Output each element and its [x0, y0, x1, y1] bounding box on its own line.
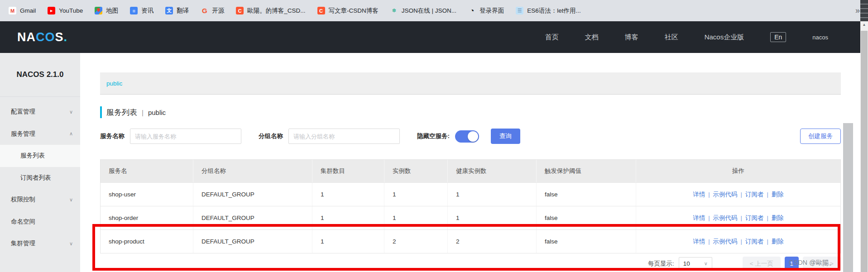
cell-healthy_instance_count: 1 [448, 206, 537, 229]
cell-actions: 详情|示例代码|订阅者|删除 [636, 206, 840, 229]
sidebar-item-label: 订阅者列表 [20, 174, 51, 182]
nav-item-4[interactable]: Nacos企业版 [705, 33, 744, 42]
language-toggle[interactable]: En [770, 32, 786, 42]
page-size-select[interactable]: 10 ∨ [679, 257, 712, 271]
bookmark-google-maps[interactable]: 地图 [89, 4, 124, 18]
action-detail-link[interactable]: 详情 [693, 214, 705, 222]
search-button[interactable]: 查询 [491, 129, 520, 144]
action-sample-code-link[interactable]: 示例代码 [713, 214, 738, 222]
bookmark-scroll[interactable]: ☰ES6语法：let作用... [510, 4, 587, 18]
gmail-icon: M [9, 7, 16, 14]
cell-healthy_instance_count: 1 [448, 183, 537, 206]
bookmark-g[interactable]: G开源 [195, 4, 230, 18]
csdn-icon: C [317, 7, 325, 14]
logo-na: NA [17, 30, 36, 44]
globe-icon: ◔ [468, 7, 476, 14]
g-icon: G [201, 7, 208, 14]
sidebar-item-命名空间[interactable]: 命名空间 [0, 211, 80, 233]
action-detail-link[interactable]: 详情 [693, 238, 705, 246]
action-delete-link[interactable]: 删除 [772, 238, 784, 246]
cell-service_name: shop-order [101, 206, 193, 229]
action-subscriber-link[interactable]: 订阅者 [745, 238, 764, 246]
action-separator: | [741, 191, 742, 198]
action-separator: | [708, 215, 710, 221]
action-delete-link[interactable]: 删除 [772, 214, 784, 222]
bookmark-label: 资讯 [141, 7, 153, 15]
bookmark-csdn[interactable]: C歐陽。的博客_CSD... [230, 4, 311, 18]
nav-item-0[interactable]: 首页 [545, 33, 559, 42]
cell-instance_count: 1 [384, 183, 448, 206]
sidebar-item-权限控制[interactable]: 权限控制∨ [0, 189, 80, 211]
sidebar: NACOS 2.1.0 配置管理∨服务管理∧服务列表订阅者列表权限控制∨命名空间… [0, 53, 80, 272]
sidebar-item-服务管理[interactable]: 服务管理∧ [0, 123, 80, 145]
toggle-knob [468, 131, 478, 142]
browser-scrollbar[interactable]: ▲ [860, 0, 868, 272]
google-maps-icon [95, 7, 102, 14]
column-header-3: 实例数 [384, 160, 448, 182]
column-header-0: 服务名 [101, 160, 193, 182]
bookmark-gmail[interactable]: MGmail [3, 4, 42, 18]
csdn-watermark: CSDN @歐陽。 [789, 258, 835, 267]
sidebar-item-配置管理[interactable]: 配置管理∨ [0, 101, 80, 123]
logo-co: CO [36, 30, 55, 44]
bookmark-label: JSON在线 | JSON... [402, 7, 456, 15]
action-sample-code-link[interactable]: 示例代码 [713, 238, 738, 246]
service-name-input[interactable] [130, 129, 241, 144]
cell-healthy_instance_count: 2 [448, 230, 537, 253]
bookmark-translate[interactable]: 文翻译 [159, 4, 195, 18]
nav-item-1[interactable]: 文档 [585, 33, 599, 42]
column-header-4: 健康实例数 [448, 160, 537, 182]
bookmarks-list: MGmail▸YouTube地图≡资讯文翻译G开源C歐陽。的博客_CSD...C… [3, 4, 850, 18]
bookmark-youtube[interactable]: ▸YouTube [42, 4, 89, 18]
cell-cluster_count: 1 [312, 206, 384, 229]
action-detail-link[interactable]: 详情 [693, 191, 705, 199]
user-menu[interactable]: nacos [812, 34, 828, 41]
create-service-button[interactable]: 创建服务 [800, 129, 841, 144]
cell-instance_count: 1 [384, 206, 448, 229]
action-sample-code-link[interactable]: 示例代码 [713, 191, 738, 199]
action-separator: | [741, 238, 742, 245]
nacos-logo[interactable]: NACOS. [17, 30, 67, 44]
nacos-header: NACOS. 首页文档博客社区Nacos企业版Ennacos [0, 21, 868, 53]
bookmark-json-online[interactable]: ✽JSON在线 | JSON... [384, 4, 462, 18]
hide-empty-service-toggle[interactable] [455, 130, 479, 143]
table-row-shop-order: shop-orderDEFAULT_GROUP111false详情|示例代码|订… [101, 206, 840, 229]
scrollbar-thumb[interactable] [861, 31, 868, 272]
prev-page-button[interactable]: < 上一页 [743, 257, 781, 271]
bookmark-label: ES6语法：let作用... [527, 7, 581, 15]
translate-icon: 文 [165, 7, 173, 14]
chevron-down-icon: ∨ [704, 261, 708, 267]
bookmark-label: 地图 [106, 7, 118, 15]
bookmark-csdn[interactable]: C写文章-CSDN博客 [312, 4, 384, 18]
sidebar-menu: 配置管理∨服务管理∧服务列表订阅者列表权限控制∨命名空间集群管理∨ [0, 97, 80, 255]
bookmark-label: 写文章-CSDN博客 [329, 7, 379, 15]
cell-service_name: shop-user [101, 183, 193, 206]
scrollbar-up-arrow-icon[interactable]: ▲ [860, 23, 868, 27]
chevron-down-icon: ∨ [69, 109, 73, 115]
action-delete-link[interactable]: 删除 [772, 191, 784, 199]
table-header-row: 服务名分组名称集群数目实例数健康实例数触发保护阈值操作 [101, 160, 840, 182]
action-subscriber-link[interactable]: 订阅者 [745, 214, 764, 222]
table-body: shop-userDEFAULT_GROUP111false详情|示例代码|订阅… [101, 182, 840, 253]
content-scrollbar-thumb[interactable] [843, 123, 853, 272]
main-content: public 服务列表 | public 服务名称 分组名称 隐藏空服务: 查询… [80, 53, 860, 272]
bookmark-label: 开源 [212, 7, 224, 15]
csdn-icon: C [236, 7, 244, 14]
cell-trigger_protection_threshold: false [537, 206, 636, 229]
nav-item-3[interactable]: 社区 [665, 33, 678, 42]
sidebar-item-服务列表[interactable]: 服务列表 [0, 145, 80, 167]
bookmark-label: YouTube [59, 7, 83, 14]
sidebar-item-集群管理[interactable]: 集群管理∨ [0, 233, 80, 255]
cell-service_name: shop-product [101, 230, 193, 253]
sidebar-item-订阅者列表[interactable]: 订阅者列表 [0, 167, 80, 189]
logo-s: S [55, 30, 64, 44]
cell-actions: 详情|示例代码|订阅者|删除 [636, 230, 840, 253]
namespace-tab-public[interactable]: public [106, 80, 122, 87]
sidebar-item-label: 权限控制 [11, 196, 35, 204]
group-name-input[interactable] [288, 129, 400, 144]
column-header-5: 触发保护阈值 [537, 160, 636, 182]
bookmark-globe[interactable]: ◔登录界面 [462, 4, 510, 18]
action-subscriber-link[interactable]: 订阅者 [745, 191, 764, 199]
bookmark-news[interactable]: ≡资讯 [124, 4, 159, 18]
nav-item-2[interactable]: 博客 [625, 33, 638, 42]
